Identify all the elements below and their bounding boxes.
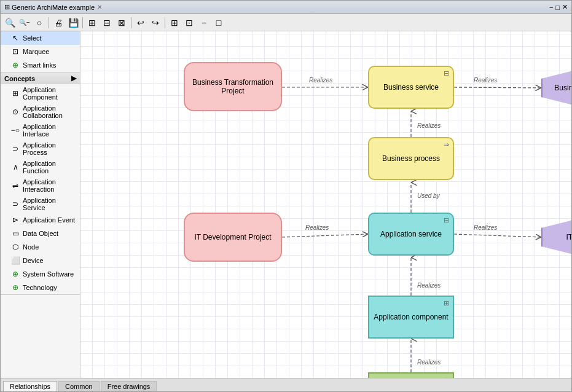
sidebar-item-app-collaboration[interactable]: ⊙ Application Collaboration bbox=[1, 103, 80, 121]
app-function-icon: ∧ bbox=[10, 162, 20, 172]
toolbar-sep-3 bbox=[131, 17, 131, 28]
concepts-expand-icon: ▶ bbox=[71, 74, 76, 82]
align-button[interactable]: ⊞ bbox=[85, 16, 99, 29]
node-server[interactable]: ⊟ Server bbox=[368, 372, 454, 378]
node-app-service-label: Application service bbox=[380, 230, 442, 238]
concepts-section: Concepts ▶ ⊞ Application Component ⊙ App… bbox=[1, 73, 80, 295]
main-window: ⊞ Generic ArchiMate example ✕ − □ ✕ 🔍 🔍−… bbox=[0, 0, 572, 392]
arrow-label-bp-bs: Realizes bbox=[417, 122, 441, 129]
node-business-process-label: Business process bbox=[382, 154, 440, 163]
sidebar-item-app-process[interactable]: ⊃ Application Process bbox=[1, 139, 80, 158]
tab-relationships[interactable]: Relationships bbox=[3, 381, 57, 391]
window-minimize[interactable]: − bbox=[549, 4, 553, 11]
tools-section: ↖ Select ⊡ Marquee ⊕ Smart links bbox=[1, 31, 80, 73]
app-collaboration-icon: ⊙ bbox=[10, 107, 20, 117]
bottom-tabs: Relationships Common Free drawings bbox=[1, 378, 571, 391]
device-icon: ⬜ bbox=[10, 256, 20, 265]
sidebar-item-marquee-label: Marquee bbox=[23, 48, 49, 55]
tab-common[interactable]: Common bbox=[58, 381, 100, 391]
app-component-node-icon: ⊞ bbox=[444, 299, 449, 307]
zoom-out-button[interactable]: 🔍− bbox=[18, 16, 31, 29]
sidebar: ↖ Select ⊡ Marquee ⊕ Smart links Concept… bbox=[1, 31, 80, 378]
zoom-in-button[interactable]: 🔍 bbox=[3, 16, 17, 29]
title-bar-text: Generic ArchiMate example bbox=[12, 4, 95, 11]
node-business-service[interactable]: ⊟ Business service bbox=[368, 66, 454, 109]
data-object-icon: ▭ bbox=[10, 229, 20, 238]
node-app-service[interactable]: ⊟ Application service bbox=[368, 213, 454, 256]
node-app-component-label: Application component bbox=[374, 313, 448, 321]
undo-button[interactable]: ↩ bbox=[134, 16, 147, 29]
arrow-label-itd-as: Realizes bbox=[305, 224, 329, 231]
distribute-button[interactable]: ⊟ bbox=[100, 16, 114, 29]
square-button[interactable]: □ bbox=[212, 16, 225, 29]
redo-button[interactable]: ↪ bbox=[149, 16, 162, 29]
sidebar-item-device[interactable]: ⬜ Device bbox=[1, 254, 80, 267]
sidebar-item-technology-label: Technology bbox=[23, 284, 57, 291]
concepts-header[interactable]: Concepts ▶ bbox=[1, 73, 80, 84]
minus-button[interactable]: − bbox=[197, 16, 211, 29]
sidebar-item-app-service-label: Application Service bbox=[23, 197, 77, 211]
arrange-button[interactable]: ⊠ bbox=[115, 16, 128, 29]
concepts-header-label: Concepts bbox=[4, 75, 35, 82]
smart-links-icon: ⊕ bbox=[10, 60, 20, 70]
node-icon-sidebar: ⬡ bbox=[10, 242, 20, 252]
sidebar-item-marquee[interactable]: ⊡ Marquee bbox=[1, 45, 80, 58]
node-business-goal-label: Business Goal bbox=[554, 84, 571, 92]
grid-button[interactable]: ⊞ bbox=[168, 16, 181, 29]
node-business-transformation-label: Business Transformation Project bbox=[185, 78, 281, 95]
sidebar-item-app-component-label: Application Component bbox=[23, 86, 77, 101]
sidebar-item-app-process-label: Application Process bbox=[23, 141, 77, 156]
arrow-label-bt-bs: Realizes bbox=[309, 77, 332, 84]
sidebar-item-app-event[interactable]: ⊳ Application Event bbox=[1, 213, 80, 227]
sidebar-item-app-function[interactable]: ∧ Application Function bbox=[1, 158, 80, 176]
app-service-node-icon: ⊟ bbox=[444, 216, 449, 224]
sidebar-item-smart-links[interactable]: ⊕ Smart links bbox=[1, 58, 80, 72]
app-interface-icon: −○ bbox=[10, 125, 20, 135]
node-business-transformation[interactable]: Business Transformation Project bbox=[184, 62, 282, 111]
server-node-icon: ⊟ bbox=[444, 376, 449, 378]
tab-free-drawings[interactable]: Free drawings bbox=[101, 381, 157, 391]
node-business-process[interactable]: ⇒ Business process bbox=[368, 137, 454, 180]
node-it-development-label: IT Development Project bbox=[194, 233, 271, 241]
tab-common-label: Common bbox=[65, 383, 93, 390]
sidebar-item-data-object[interactable]: ▭ Data Object bbox=[1, 227, 80, 240]
sidebar-item-data-object-label: Data Object bbox=[23, 230, 58, 237]
sidebar-item-app-interaction[interactable]: ⇌ Application Interaction bbox=[1, 176, 80, 195]
sidebar-item-app-component[interactable]: ⊞ Application Component bbox=[1, 84, 80, 103]
arrow-label-as-ig: Realizes bbox=[474, 224, 497, 231]
select-icon: ↖ bbox=[10, 33, 20, 43]
arrow-label-bs-bg: Realizes bbox=[474, 77, 497, 84]
window-close[interactable]: ✕ bbox=[562, 3, 568, 11]
sidebar-item-select[interactable]: ↖ Select bbox=[1, 31, 80, 45]
arrow-label-srv-ac: Realizes bbox=[417, 359, 441, 366]
technology-icon: ⊕ bbox=[10, 283, 20, 292]
save-button[interactable]: 💾 bbox=[66, 16, 80, 29]
title-bar-modified: ✕ bbox=[97, 4, 102, 10]
sidebar-item-app-interface[interactable]: −○ Application Interface bbox=[1, 121, 80, 139]
sidebar-item-technology[interactable]: ⊕ Technology bbox=[1, 281, 80, 294]
arrow-label-ac-as: Realizes bbox=[417, 282, 441, 289]
print-button[interactable]: 🖨 bbox=[52, 16, 65, 29]
sidebar-item-select-label: Select bbox=[23, 34, 42, 42]
window-maximize[interactable]: □ bbox=[555, 4, 560, 11]
node-it-development[interactable]: IT Development Project bbox=[184, 213, 282, 262]
app-component-icon: ⊞ bbox=[10, 88, 20, 98]
node-app-component[interactable]: ⊞ Application component bbox=[368, 296, 454, 339]
sidebar-item-app-function-label: Application Function bbox=[23, 160, 77, 174]
sidebar-item-app-service[interactable]: ⊃ Application Service bbox=[1, 195, 80, 213]
sidebar-item-app-interaction-label: Application Interaction bbox=[23, 178, 77, 193]
sidebar-item-node[interactable]: ⬡ Node bbox=[1, 240, 80, 254]
sidebar-item-system-software-label: System Software bbox=[23, 270, 74, 278]
sidebar-item-system-software[interactable]: ⊕ System Software bbox=[1, 267, 80, 281]
snap-button[interactable]: ⊡ bbox=[182, 16, 196, 29]
sidebar-item-smart-links-label: Smart links bbox=[23, 61, 56, 69]
toolbar-sep-4 bbox=[165, 17, 165, 28]
toolbar-sep-1 bbox=[49, 17, 49, 28]
diagram-canvas[interactable]: Realizes Realizes Realizes Used by Reali… bbox=[80, 31, 571, 378]
toolbar-sep-2 bbox=[82, 17, 83, 28]
tab-relationships-label: Relationships bbox=[10, 383, 50, 390]
app-interaction-icon: ⇌ bbox=[10, 181, 20, 190]
app-process-icon: ⊃ bbox=[10, 144, 20, 154]
tab-free-drawings-label: Free drawings bbox=[108, 383, 151, 390]
zoom-fit-button[interactable]: ○ bbox=[33, 16, 46, 29]
